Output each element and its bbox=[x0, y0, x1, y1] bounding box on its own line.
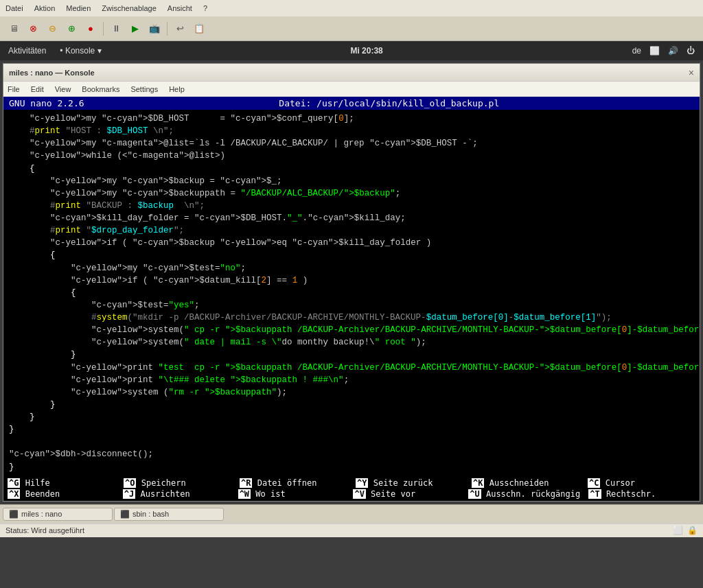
status-bar: Status: Wird ausgeführt ⬜ 🔒 bbox=[0, 524, 703, 537]
nano-footer: ^G Hilfe ^O Speichern ^R Datei öffnen ^Y… bbox=[3, 476, 700, 501]
system-menubar: Datei Aktion Medien Zwischenablage Ansic… bbox=[0, 0, 703, 16]
footer-spell[interactable]: ^T Rechtschr. bbox=[584, 489, 700, 499]
code-line: "c-yellow">print "\t### delete ">$backup… bbox=[9, 374, 694, 386]
code-line bbox=[9, 436, 694, 448]
footer-justify[interactable]: ^J Ausrichten bbox=[119, 489, 234, 499]
clock: Mi 20:38 bbox=[350, 46, 382, 56]
code-line: #system("mkdir -p /BACKUP-Archiver/BACKU… bbox=[9, 311, 694, 324]
status-icon-2: 🔒 bbox=[687, 526, 698, 535]
activities-button[interactable]: Aktivitäten bbox=[8, 46, 46, 56]
taskbar-nano-icon: ⬛ bbox=[9, 510, 19, 519]
screen-icon[interactable]: ⬜ bbox=[649, 46, 660, 56]
code-line: "c-yellow">my "c-cyan">$backup = "c-cyan… bbox=[9, 175, 694, 187]
code-line: #print "BACKUP : $backup \n"; bbox=[9, 200, 694, 212]
menu-zwischenablage[interactable]: Zwischenablage bbox=[102, 4, 157, 12]
nano-header: GNU nano 2.2.6 Datei: /usr/local/sbin/ki… bbox=[3, 97, 700, 110]
code-line: "c-yellow">if ( "c-cyan">$backup "c-yell… bbox=[9, 237, 694, 249]
volume-icon[interactable]: 🔊 bbox=[668, 46, 678, 56]
nano-filename: Datei: /usr/local/sbin/kill_old_backup.p… bbox=[279, 98, 499, 108]
code-line: #print "$drop_day_folder"; bbox=[9, 224, 694, 237]
terminal-window: miles : nano — Konsole × File Edit View … bbox=[3, 63, 700, 502]
terminal-titlebar: miles : nano — Konsole × bbox=[3, 64, 700, 82]
code-line: } bbox=[9, 423, 694, 436]
code-line: { bbox=[9, 249, 694, 261]
code-editor[interactable]: "c-yellow">my "c-cyan">$DB_HOST = "c-cya… bbox=[3, 110, 700, 476]
menu-medien[interactable]: Medien bbox=[66, 4, 91, 12]
footer-save[interactable]: ^O Speichern bbox=[119, 478, 235, 488]
gnome-panel: Aktivitäten • Konsole ▾ Mi 20:38 de ⬜ 🔊 … bbox=[0, 41, 703, 60]
code-line: "c-yellow">if ( "c-cyan">$datum_kill[2] … bbox=[9, 274, 694, 287]
status-icons: ⬜ 🔒 bbox=[673, 526, 698, 535]
terminal-close-button[interactable]: × bbox=[689, 67, 694, 78]
status-text: Status: Wird ausgeführt bbox=[5, 526, 84, 534]
toolbar-btn-play[interactable]: ▶ bbox=[127, 21, 143, 37]
menu-file[interactable]: File bbox=[8, 85, 20, 93]
terminal-menubar: File Edit View Bookmarks Settings Help bbox=[3, 82, 700, 97]
toolbar-btn-copy[interactable]: 📋 bbox=[191, 21, 207, 37]
toolbar-btn-undo[interactable]: ↩ bbox=[172, 21, 188, 37]
code-line: } bbox=[9, 461, 694, 473]
gnome-bar-left: Aktivitäten • Konsole ▾ bbox=[8, 46, 102, 56]
footer-cursor[interactable]: ^C Cursor bbox=[584, 478, 700, 488]
code-line: #print "HOST : $DB_HOST \n"; bbox=[9, 125, 694, 137]
code-line: { bbox=[9, 163, 694, 175]
menu-settings[interactable]: Settings bbox=[130, 85, 158, 93]
toolbar: 🖥 ⊗ ⊖ ⊕ ● ⏸ ▶ 📺 ↩ 📋 bbox=[0, 16, 703, 41]
menu-bookmarks[interactable]: Bookmarks bbox=[82, 85, 119, 93]
taskbar-bash[interactable]: ⬛ sbin : bash bbox=[114, 508, 224, 521]
code-line: "c-yellow">my "c-cyan">$backuppath = "/B… bbox=[9, 187, 694, 200]
menu-help-terminal[interactable]: Help bbox=[169, 85, 185, 93]
status-icon-1: ⬜ bbox=[673, 526, 683, 535]
separator-1 bbox=[103, 22, 104, 36]
konsole-taskbutton[interactable]: • Konsole ▾ bbox=[60, 46, 101, 56]
taskbar-bash-label: sbin : bash bbox=[132, 510, 169, 518]
nano-footer-row-2: ^X Beenden ^J Ausrichten ^W Wo ist ^V Se… bbox=[3, 489, 700, 499]
toolbar-btn-screen[interactable]: 📺 bbox=[146, 21, 163, 37]
footer-uncut[interactable]: ^U Ausschn. rückgängig bbox=[464, 489, 584, 499]
footer-exit[interactable]: ^X Beenden bbox=[3, 489, 119, 499]
code-line: "c-yellow">system(" date | mail -s \"do … bbox=[9, 336, 694, 349]
menu-view[interactable]: View bbox=[55, 85, 71, 93]
taskbar: ⬛ miles : nano ⬛ sbin : bash bbox=[0, 504, 703, 524]
gnome-bar-right: de ⬜ 🔊 ⏻ bbox=[632, 46, 695, 56]
nano-version: GNU nano 2.2.6 bbox=[9, 98, 84, 108]
terminal-title: miles : nano — Konsole bbox=[9, 69, 95, 77]
footer-open[interactable]: ^R Datei öffnen bbox=[235, 478, 352, 488]
menu-edit[interactable]: Edit bbox=[31, 85, 44, 93]
code-line: "c-yellow">my "c-magenta">@list=`ls -l /… bbox=[9, 137, 694, 150]
menu-help[interactable]: ? bbox=[203, 4, 207, 12]
menu-ansicht[interactable]: Ansicht bbox=[168, 4, 192, 12]
code-line: "c-yellow">print "test cp -r ">$backuppa… bbox=[9, 362, 694, 374]
code-line: "c-yellow">my "c-cyan">$DB_HOST = "c-cya… bbox=[9, 113, 694, 125]
locale-indicator[interactable]: de bbox=[632, 46, 641, 56]
power-icon[interactable]: ⏻ bbox=[687, 46, 695, 56]
taskbar-nano-label: miles : nano bbox=[21, 510, 62, 518]
toolbar-btn-red[interactable]: ● bbox=[82, 21, 99, 37]
toolbar-btn-min[interactable]: ⊖ bbox=[44, 21, 60, 37]
menu-datei[interactable]: Datei bbox=[5, 4, 23, 12]
terminal-content[interactable]: GNU nano 2.2.6 Datei: /usr/local/sbin/ki… bbox=[3, 97, 700, 501]
terminal-container: miles : nano — Konsole × File Edit View … bbox=[0, 60, 703, 504]
footer-pagedown[interactable]: ^V Seite vor bbox=[349, 489, 464, 499]
footer-cut[interactable]: ^K Ausschneiden bbox=[468, 478, 584, 488]
code-line: { bbox=[9, 287, 694, 299]
footer-pageup[interactable]: ^Y Seite zurück bbox=[352, 478, 468, 488]
code-line: "c-cyan">$test="yes"; bbox=[9, 299, 694, 311]
toolbar-btn-pause[interactable]: ⏸ bbox=[108, 21, 124, 37]
footer-help[interactable]: ^G Hilfe bbox=[3, 478, 119, 488]
code-line: "c-yellow">my "c-cyan">$test="no"; bbox=[9, 262, 694, 274]
code-line: "c-yellow">while (<"c-magenta">@list>) bbox=[9, 150, 694, 162]
taskbar-bash-icon: ⬛ bbox=[120, 510, 130, 519]
toolbar-btn-1[interactable]: 🖥 bbox=[5, 21, 22, 37]
code-line: } bbox=[9, 349, 694, 361]
menu-aktion[interactable]: Aktion bbox=[34, 4, 56, 12]
code-line: "c-cyan">$dbh->disconnect(); bbox=[9, 448, 694, 460]
separator-2 bbox=[167, 22, 168, 36]
footer-where[interactable]: ^W Wo ist bbox=[234, 489, 349, 499]
code-line: "c-yellow">system ("rm -r ">$backuppath"… bbox=[9, 386, 694, 399]
toolbar-btn-max[interactable]: ⊕ bbox=[63, 21, 80, 37]
code-line: } bbox=[9, 399, 694, 411]
toolbar-btn-close[interactable]: ⊗ bbox=[25, 21, 41, 37]
taskbar-nano[interactable]: ⬛ miles : nano bbox=[3, 508, 113, 521]
code-line: } bbox=[9, 411, 694, 423]
